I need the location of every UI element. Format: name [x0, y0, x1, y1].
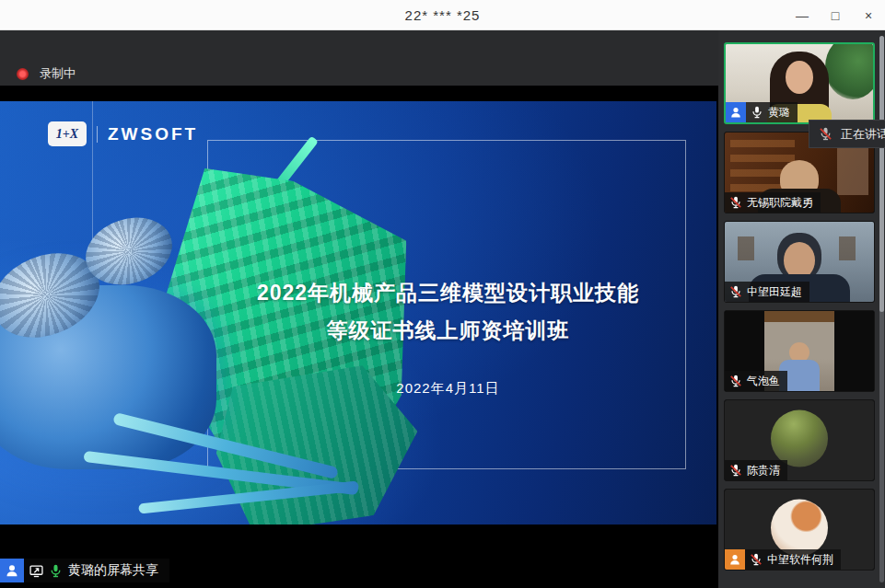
participant-namebar: 陈贵清	[725, 460, 787, 480]
participant-name: 中望软件何荆	[767, 552, 833, 568]
minimize-button[interactable]: —	[786, 0, 819, 30]
person-silhouette	[786, 61, 813, 94]
host-badge	[726, 102, 746, 122]
slide-date: 2022年4月11日	[216, 380, 680, 398]
zwsoft-logo: ZWSOFT	[108, 124, 198, 144]
screen-share-banner: 黄璐的屏幕共享	[0, 559, 169, 582]
participant-namebar: 无锡职院戴勇	[725, 192, 821, 213]
close-button[interactable]: ×	[852, 0, 885, 30]
cable-illustration	[138, 480, 359, 513]
person-silhouette	[784, 242, 815, 279]
participant-namebar: 中望软件何荆	[725, 549, 841, 570]
participant-namebar: 中望田廷超	[725, 282, 809, 302]
plant-decor	[825, 42, 875, 99]
mic-on-icon	[49, 564, 63, 578]
avatar	[771, 409, 828, 467]
participant-name: 黄璐	[768, 105, 790, 121]
avatar	[771, 499, 828, 556]
share-banner-label: 黄璐的屏幕共享	[68, 562, 158, 579]
engine-illustration	[0, 285, 216, 469]
speaking-tooltip-label: 正在讲话	[841, 126, 885, 143]
slide-logo-row: 1+X ZWSOFT	[48, 121, 198, 146]
participant-tile[interactable]: 黄璐	[724, 42, 875, 124]
window-titlebar: 22* *** *25 — □ ×	[0, 0, 885, 30]
recording-label: 录制中	[40, 65, 76, 82]
one-plus-x-logo: 1+X	[48, 121, 87, 146]
recording-indicator[interactable]: 录制中	[17, 65, 76, 82]
participant-name: 气泡鱼	[747, 374, 780, 389]
person-icon	[5, 563, 19, 578]
speaking-tooltip: 正在讲话	[809, 120, 885, 148]
mic-muted-icon	[819, 127, 833, 141]
participant-namebar: 黄璐	[726, 102, 798, 122]
window-controls: — □ ×	[786, 0, 885, 30]
shared-app-topbar: 录制中	[0, 30, 718, 86]
record-dot-icon	[17, 68, 29, 80]
maximize-button[interactable]: □	[819, 0, 852, 30]
mic-muted-icon	[729, 464, 742, 477]
slide-title: 2022年机械产品三维模型设计职业技能 等级证书线上师资培训班	[216, 274, 680, 350]
mic-muted-icon	[750, 553, 763, 566]
presentation-slide: 1+X ZWSOFT 2022年机械产品三维模型设计职业技能 等级证书线上师资培…	[0, 101, 716, 525]
participant-tile[interactable]: 中望田廷超	[724, 221, 875, 303]
window-title: 22* *** *25	[0, 0, 885, 30]
mic-muted-icon	[729, 375, 742, 387]
participant-tile[interactable]: 气泡鱼	[724, 310, 875, 392]
participants-sidebar: 黄璐 无锡职院戴勇	[718, 30, 885, 588]
participant-tile[interactable]: 陈贵清	[724, 399, 875, 481]
participant-namebar: 气泡鱼	[725, 371, 787, 391]
screen-share-area: 录制中 1+X ZWSOFT 2022年机械产品三维模型设计职业技能 等级证书线…	[0, 30, 718, 588]
participant-name: 中望田廷超	[747, 284, 802, 300]
person-icon	[728, 553, 741, 566]
scrollbar-thumb[interactable]	[879, 36, 884, 312]
host-badge	[0, 559, 24, 582]
participant-name: 无锡职院戴勇	[747, 195, 813, 211]
logo-divider	[97, 126, 98, 143]
member-badge	[725, 549, 745, 570]
share-banner-box: 黄璐的屏幕共享	[24, 559, 169, 582]
screen-share-icon	[29, 564, 43, 578]
window-decor	[837, 145, 868, 195]
participant-name: 陈贵清	[747, 463, 780, 478]
mic-on-icon	[751, 106, 763, 119]
slide-title-line1: 2022年机械产品三维模型设计职业技能	[216, 274, 680, 312]
wall-frame-decor	[839, 236, 856, 260]
mic-muted-icon	[729, 285, 742, 298]
person-icon	[729, 106, 742, 119]
wall-frame-decor	[738, 236, 754, 260]
participant-tile[interactable]: 中望软件何荆	[724, 489, 875, 571]
sidebar-scrollbar[interactable]	[879, 36, 884, 582]
slide-title-line2: 等级证书线上师资培训班	[216, 312, 680, 350]
engine-mesh-dome-illustration	[0, 238, 112, 353]
mic-muted-icon	[729, 196, 742, 209]
